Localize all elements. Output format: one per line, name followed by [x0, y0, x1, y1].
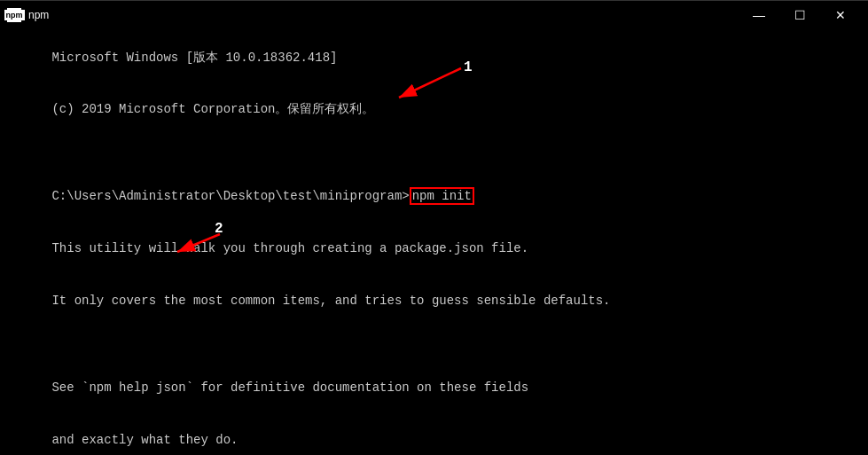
maximize-button[interactable]: ☐ [779, 1, 820, 29]
window-controls: — ☐ ✕ [739, 1, 861, 29]
terminal-output: Microsoft Windows [版本 10.0.18362.418] (c… [7, 32, 861, 455]
close-button[interactable]: ✕ [820, 1, 861, 29]
terminal-window: npm npm — ☐ ✕ Microsoft Windows [版本 10.0… [0, 0, 868, 455]
line-2: (c) 2019 Microsoft Corporation。保留所有权利。 [51, 102, 374, 116]
line-4-prefix: C:\Users\Administrator\Desktop\test\mini… [51, 189, 409, 203]
line-8: See `npm help json` for definitive docum… [51, 380, 528, 395]
npm-init-cmd: npm init [410, 187, 474, 205]
line-1: Microsoft Windows [版本 10.0.18362.418] [51, 51, 337, 65]
window-title: npm [28, 9, 739, 21]
app-icon: npm [7, 8, 21, 22]
title-bar: npm npm — ☐ ✕ [0, 0, 868, 28]
line-9: and exactly what they do. [51, 433, 238, 447]
terminal-body[interactable]: Microsoft Windows [版本 10.0.18362.418] (c… [0, 28, 868, 455]
minimize-button[interactable]: — [739, 1, 779, 29]
line-5: This utility will walk you through creat… [51, 241, 528, 255]
line-6: It only covers the most common items, an… [51, 294, 610, 308]
